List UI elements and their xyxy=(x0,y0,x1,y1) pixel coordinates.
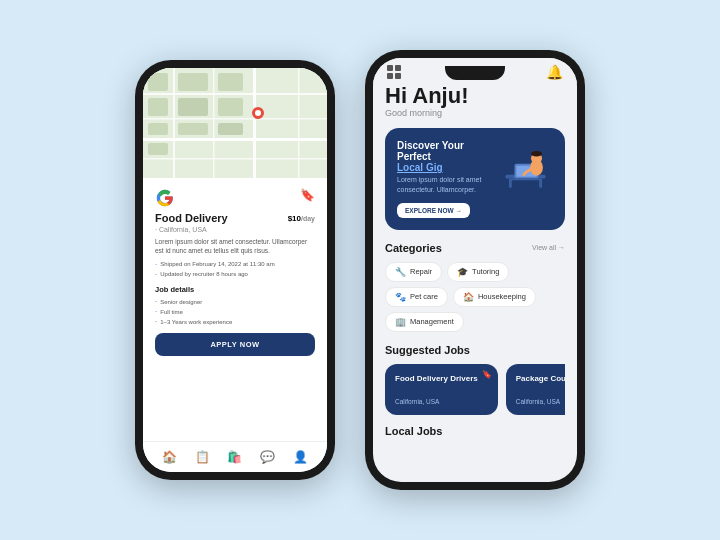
suggested-label: Suggested Jobs xyxy=(385,344,470,356)
discover-card: Discover Your Perfect Local Gig Lorem ip… xyxy=(385,128,565,230)
job-card-title-2: Package Couriers xyxy=(516,374,565,384)
nav-list-icon[interactable]: 📋 xyxy=(195,450,210,464)
nav-chat-icon[interactable]: 💬 xyxy=(260,450,275,464)
repair-icon: 🔧 xyxy=(395,267,406,277)
left-phone: 🔖 Food Delivery $10/day · California, US… xyxy=(135,60,335,480)
job-location: · California, USA xyxy=(155,226,315,233)
svg-rect-14 xyxy=(218,98,243,116)
map-area xyxy=(143,68,327,178)
category-repair[interactable]: 🔧 Repair xyxy=(385,262,442,282)
discover-title: Discover Your Perfect Local Gig xyxy=(397,140,494,173)
discover-link[interactable]: Local Gig xyxy=(397,162,443,173)
management-icon: 🏢 xyxy=(395,317,406,327)
view-all-categories[interactable]: View all → xyxy=(532,244,565,251)
category-petcare[interactable]: 🐾 Pet care xyxy=(385,287,448,307)
svg-rect-26 xyxy=(511,179,540,181)
job-meta: Food Delivery $10/day xyxy=(155,212,315,224)
housekeeping-icon: 🏠 xyxy=(463,292,474,302)
svg-rect-13 xyxy=(178,98,208,116)
right-scroll-area: Hi Anju! Good morning Discover Your Perf… xyxy=(373,84,577,482)
google-logo xyxy=(155,188,175,208)
detail-2: · Full time xyxy=(155,307,315,317)
category-housekeeping[interactable]: 🏠 Housekeeping xyxy=(453,287,536,307)
right-phone: 🔔 Hi Anju! Good morning Discover Your Pe… xyxy=(365,50,585,490)
greeting-sub: Good morning xyxy=(385,108,565,118)
suggested-jobs-list: 🔖 Food Delivery Drivers California, USA … xyxy=(385,364,565,415)
right-phone-screen: 🔔 Hi Anju! Good morning Discover Your Pe… xyxy=(373,58,577,482)
category-management[interactable]: 🏢 Management xyxy=(385,312,464,332)
petcare-icon: 🐾 xyxy=(395,292,406,302)
job-details-title: Job details xyxy=(155,285,315,294)
grid-icon[interactable] xyxy=(387,65,401,79)
greeting-text: Hi Anju! xyxy=(385,84,565,108)
discover-text: Discover Your Perfect Local Gig Lorem ip… xyxy=(397,140,494,218)
suggested-header: Suggested Jobs xyxy=(385,344,565,356)
job-card-title-1: Food Delivery Drivers xyxy=(395,374,488,384)
categories-header: Categories View all → xyxy=(385,242,565,254)
nav-bag-icon[interactable]: 🛍️ xyxy=(227,450,242,464)
svg-rect-9 xyxy=(148,73,168,91)
svg-rect-6 xyxy=(213,68,215,178)
svg-rect-11 xyxy=(218,73,243,91)
job-updates: · Shipped on February 14, 2022 at 11:30 … xyxy=(155,260,315,280)
nav-home-icon[interactable]: 🏠 xyxy=(162,450,177,464)
svg-point-29 xyxy=(531,151,542,157)
svg-rect-18 xyxy=(148,143,168,155)
card-content: 🔖 Food Delivery $10/day · California, US… xyxy=(143,178,327,441)
svg-rect-17 xyxy=(218,123,243,135)
discover-desc: Lorem ipsum dolor sit amet consectetur. … xyxy=(397,175,494,195)
left-phone-screen: 🔖 Food Delivery $10/day · California, US… xyxy=(143,68,327,472)
job-card-bookmark-1[interactable]: 🔖 xyxy=(482,370,492,379)
categories-list: 🔧 Repair 🎓 Tutoring 🐾 Pet care 🏠 Houseke… xyxy=(385,262,565,332)
svg-rect-15 xyxy=(148,123,168,135)
greeting-section: Hi Anju! Good morning xyxy=(385,84,565,118)
card-header: 🔖 xyxy=(155,188,315,208)
detail-3: · 1–3 Years work experience xyxy=(155,317,315,327)
job-card-food-delivery[interactable]: 🔖 Food Delivery Drivers California, USA xyxy=(385,364,498,415)
notch xyxy=(445,66,505,80)
detail-1: · Senior designer xyxy=(155,297,315,307)
update-item-2: · Updated by recruiter 8 hours ago xyxy=(155,270,315,280)
bullet-icon: · xyxy=(155,271,157,279)
explore-now-button[interactable]: EXPLORE NOW → xyxy=(397,203,470,218)
category-tutoring[interactable]: 🎓 Tutoring xyxy=(447,262,509,282)
svg-rect-12 xyxy=(148,98,168,116)
bullet-icon: · xyxy=(155,261,157,269)
svg-rect-8 xyxy=(298,68,300,178)
nav-user-icon[interactable]: 👤 xyxy=(293,450,308,464)
svg-rect-7 xyxy=(253,68,256,178)
job-card-loc-2: California, USA xyxy=(516,398,565,405)
job-card-loc-1: California, USA xyxy=(395,398,488,405)
bookmark-icon[interactable]: 🔖 xyxy=(300,188,315,202)
categories-label: Categories xyxy=(385,242,442,254)
apply-now-button[interactable]: APPLY NOW xyxy=(155,333,315,356)
svg-rect-10 xyxy=(178,73,208,91)
svg-rect-16 xyxy=(178,123,208,135)
job-pay: $10/day xyxy=(288,214,315,223)
local-jobs-label: Local Jobs xyxy=(385,425,565,437)
svg-rect-5 xyxy=(173,68,175,178)
job-title: Food Delivery xyxy=(155,212,228,224)
job-description: Lorem ipsum dolor sit amet consectetur. … xyxy=(155,237,315,255)
tutoring-icon: 🎓 xyxy=(457,267,468,277)
job-card-package[interactable]: 🔖 Package Couriers California, USA xyxy=(506,364,565,415)
svg-point-20 xyxy=(255,110,261,116)
discover-illustration xyxy=(498,140,553,195)
update-item-1: · Shipped on February 14, 2022 at 11:30 … xyxy=(155,260,315,270)
bottom-nav: 🏠 📋 🛍️ 💬 👤 xyxy=(143,441,327,472)
bell-icon[interactable]: 🔔 xyxy=(546,64,563,80)
